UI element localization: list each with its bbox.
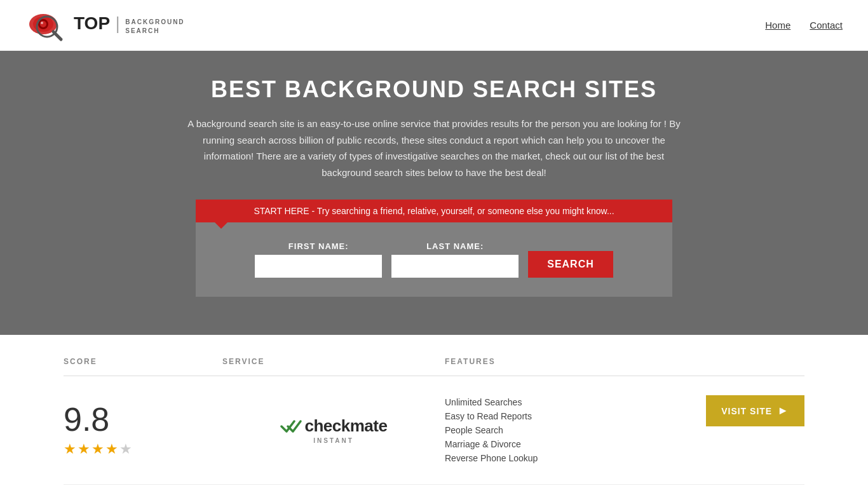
nav-home[interactable]: Home [765, 20, 790, 30]
feature-item: Easy to Read Reports [445, 409, 693, 423]
checkmate-icon [280, 417, 303, 435]
site-header: TOP | BACKGROUNDSEARCH Home Contact [0, 0, 868, 51]
visit-site-button-1[interactable]: VISIT SITE ► [706, 395, 804, 426]
hero-title: BEST BACKGROUND SEARCH SITES [13, 76, 855, 103]
search-form: FIRST NAME: LAST NAME: SEARCH [208, 241, 660, 278]
logo-graphic [25, 9, 69, 42]
logo-text: TOP | BACKGROUNDSEARCH [74, 15, 185, 36]
logo: TOP | BACKGROUNDSEARCH [25, 9, 185, 42]
search-hint-banner: START HERE - Try searching a friend, rel… [196, 200, 672, 222]
col-score-header: SCORE [64, 357, 222, 366]
features-list-1: Unlimited Searches Easy to Read Reports … [445, 395, 693, 465]
first-name-group: FIRST NAME: [255, 241, 382, 278]
score-cell-1: 9.8 ★ ★ ★ ★ ★ [64, 403, 222, 458]
svg-point-4 [41, 22, 43, 24]
first-name-input[interactable] [255, 255, 382, 278]
table-header-row: SCORE SERVICE FEATURES [64, 348, 804, 376]
hero-description: A background search site is an easy-to-u… [180, 116, 688, 180]
last-name-label: LAST NAME: [391, 241, 519, 251]
checkmate-main-text: checkmate [305, 416, 388, 436]
arrow-icon: ► [777, 404, 789, 417]
logo-top-text: TOP | BACKGROUNDSEARCH [74, 15, 185, 36]
checkmate-logo: checkmate INSTANT [280, 416, 388, 444]
search-button[interactable]: SEARCH [528, 251, 613, 278]
logo-icon [25, 9, 69, 42]
star-4: ★ [105, 441, 118, 458]
col-features-header: FEATURES [445, 357, 804, 366]
search-form-container: FIRST NAME: LAST NAME: SEARCH [196, 222, 672, 297]
svg-point-3 [40, 21, 46, 27]
star-1: ★ [64, 441, 76, 458]
features-cell-1: Unlimited Searches Easy to Read Reports … [445, 395, 804, 465]
feature-item: Reverse Phone Lookup [445, 451, 693, 465]
first-name-label: FIRST NAME: [255, 241, 382, 251]
service-cell-1: checkmate INSTANT [222, 416, 445, 444]
score-value-1: 9.8 [64, 403, 109, 436]
feature-item: People Search [445, 423, 693, 437]
main-nav: Home Contact [765, 20, 843, 30]
col-service-header: SERVICE [222, 357, 445, 366]
nav-contact[interactable]: Contact [810, 20, 843, 30]
feature-item: Marriage & Divorce [445, 437, 693, 451]
last-name-group: LAST NAME: [391, 241, 519, 278]
hero-section: BEST BACKGROUND SEARCH SITES A backgroun… [0, 51, 868, 335]
table-row: 9.8 ★ ★ ★ ★ ★ checkmate INS [64, 376, 804, 485]
star-5: ★ [119, 441, 132, 458]
star-2: ★ [78, 441, 90, 458]
last-name-input[interactable] [391, 255, 519, 278]
checkmate-sub-text: INSTANT [313, 437, 354, 444]
results-table: SCORE SERVICE FEATURES 9.8 ★ ★ ★ ★ ★ [0, 335, 868, 488]
stars-1: ★ ★ ★ ★ ★ [64, 441, 132, 458]
star-3: ★ [92, 441, 104, 458]
feature-item: Unlimited Searches [445, 395, 693, 409]
table-row: 9.4 ★ ★ ★ ★ ★ People Looker Accurate and… [64, 485, 804, 488]
